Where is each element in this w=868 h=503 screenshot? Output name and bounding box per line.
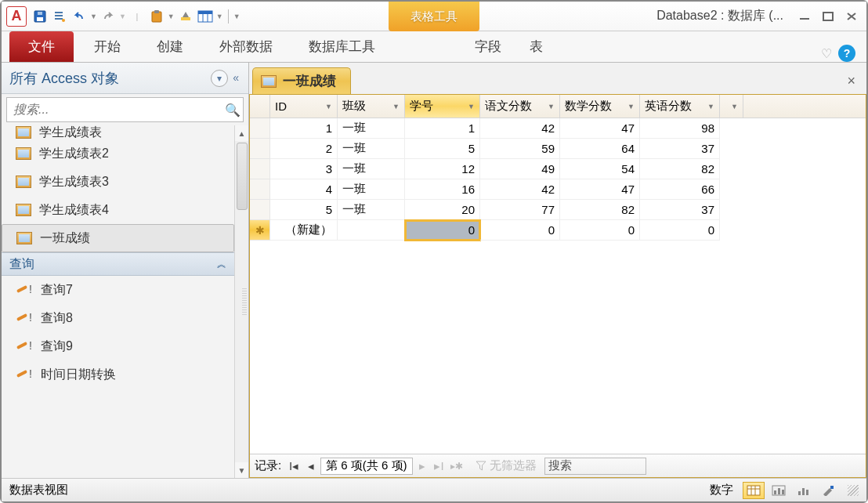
- nav-query-item[interactable]: 查询8: [2, 304, 234, 332]
- cell[interactable]: 20: [405, 200, 480, 220]
- row-selector[interactable]: [250, 139, 270, 159]
- cell[interactable]: 0: [560, 220, 640, 241]
- cell[interactable]: 5: [405, 139, 480, 159]
- cell[interactable]: 16: [405, 179, 480, 200]
- row-selector[interactable]: [250, 179, 270, 200]
- filter-indicator[interactable]: 无筛选器: [476, 458, 537, 473]
- col-head-chinese[interactable]: 语文分数▼: [480, 95, 560, 118]
- cell[interactable]: 49: [480, 159, 560, 179]
- nav-table-item[interactable]: 学生成绩表: [2, 125, 234, 139]
- cell[interactable]: 77: [480, 200, 560, 220]
- ribbon-tab-table[interactable]: 表: [515, 31, 557, 62]
- nav-table-item[interactable]: 学生成绩表3: [2, 168, 234, 196]
- redo-icon[interactable]: [99, 8, 117, 25]
- nav-query-item[interactable]: 查询7: [2, 276, 234, 304]
- cell[interactable]: 一班: [338, 139, 405, 159]
- row-selector[interactable]: [250, 200, 270, 220]
- view-icon[interactable]: [197, 8, 214, 25]
- undo-dropdown-icon[interactable]: ▼: [90, 13, 97, 20]
- select-all-button[interactable]: [250, 95, 270, 118]
- cell[interactable]: 64: [560, 139, 640, 159]
- cell[interactable]: 47: [560, 179, 640, 200]
- new-row[interactable]: ✱（新建）0000: [250, 220, 866, 241]
- ribbon-tab-dbtools[interactable]: 数据库工具: [293, 31, 391, 62]
- ribbon-tab-create[interactable]: 创建: [141, 31, 199, 62]
- cell[interactable]: 0: [640, 220, 720, 241]
- prev-record-icon[interactable]: ◂: [303, 458, 319, 474]
- nav-search[interactable]: 🔍: [6, 97, 244, 122]
- nav-query-item[interactable]: 时间日期转换: [2, 360, 234, 389]
- table-row[interactable]: 5一班20778237: [250, 200, 866, 220]
- close-button[interactable]: [841, 9, 862, 24]
- cell[interactable]: 42: [480, 118, 560, 139]
- cell[interactable]: 59: [480, 139, 560, 159]
- minimize-button[interactable]: [794, 9, 815, 24]
- cell[interactable]: 一班: [338, 118, 405, 139]
- cell[interactable]: 1: [270, 118, 338, 139]
- row-selector[interactable]: [250, 159, 270, 179]
- scroll-up-icon[interactable]: ▲: [235, 125, 248, 141]
- nav-table-item[interactable]: 学生成绩表2: [2, 139, 234, 168]
- record-search[interactable]: 搜索: [544, 458, 646, 475]
- first-record-icon[interactable]: I◂: [286, 458, 302, 474]
- cell[interactable]: 0: [480, 220, 560, 241]
- nav-collapse-icon[interactable]: «: [231, 70, 241, 87]
- row-selector[interactable]: [250, 118, 270, 139]
- table-row[interactable]: 1一班1424798: [250, 118, 866, 139]
- customize-icon[interactable]: [51, 8, 68, 25]
- next-record-icon[interactable]: ▸: [414, 458, 430, 474]
- nav-pane-header[interactable]: 所有 Access 对象 ▾ «: [2, 63, 248, 94]
- save-icon[interactable]: [31, 8, 49, 25]
- table-row[interactable]: 3一班12495482: [250, 159, 866, 179]
- design-view-icon[interactable]: [818, 482, 840, 499]
- table-row[interactable]: 2一班5596437: [250, 139, 866, 159]
- cell[interactable]: 37: [640, 200, 720, 220]
- col-dropdown-icon[interactable]: ▼: [731, 103, 738, 110]
- close-tab-icon[interactable]: ×: [844, 68, 859, 94]
- scroll-down-icon[interactable]: ▼: [235, 462, 248, 478]
- undo-icon[interactable]: [71, 8, 88, 25]
- nav-resize-handle[interactable]: [242, 288, 247, 315]
- cell[interactable]: 82: [560, 200, 640, 220]
- ribbon-minimize-icon[interactable]: ♡: [821, 46, 832, 61]
- col-head-math[interactable]: 数学分数▼: [560, 95, 640, 118]
- col-add[interactable]: ▼: [720, 95, 743, 118]
- nav-table-item[interactable]: 学生成绩表4: [2, 196, 234, 224]
- nav-group-queries[interactable]: 查询︽: [2, 252, 234, 276]
- last-record-icon[interactable]: ▸I: [432, 458, 447, 474]
- cell[interactable]: 42: [480, 179, 560, 200]
- search-icon[interactable]: 🔍: [222, 103, 243, 118]
- record-position[interactable]: 第 6 项(共 6 项): [320, 458, 412, 475]
- cell[interactable]: 37: [640, 139, 720, 159]
- qat-overflow-icon[interactable]: ▼: [233, 13, 241, 20]
- view-dropdown-icon[interactable]: ▼: [216, 13, 223, 20]
- ribbon-tab-file[interactable]: 文件: [9, 31, 74, 62]
- cell[interactable]: 66: [640, 179, 720, 200]
- nav-query-item[interactable]: 查询9: [2, 332, 234, 360]
- cell[interactable]: 5: [270, 200, 338, 220]
- paste-dropdown-icon[interactable]: ▼: [168, 13, 175, 20]
- ribbon-tab-fields[interactable]: 字段: [461, 31, 515, 62]
- resize-grip-icon[interactable]: [848, 485, 859, 496]
- cell[interactable]: 98: [640, 118, 720, 139]
- col-head-class[interactable]: 班级▼: [338, 95, 405, 118]
- col-head-sid[interactable]: 学号▼: [405, 95, 480, 118]
- col-dropdown-icon[interactable]: ▼: [325, 103, 332, 110]
- cell[interactable]: （新建）: [270, 220, 338, 241]
- col-dropdown-icon[interactable]: ▼: [468, 103, 475, 110]
- chart-view-icon[interactable]: [793, 482, 815, 499]
- ribbon-tab-home[interactable]: 开始: [78, 31, 136, 62]
- cell[interactable]: 47: [560, 118, 640, 139]
- cell[interactable]: 1: [405, 118, 480, 139]
- datasheet-view-icon[interactable]: [743, 482, 765, 499]
- cell[interactable]: 54: [560, 159, 640, 179]
- cell[interactable]: 12: [405, 159, 480, 179]
- table-row[interactable]: 4一班16424766: [250, 179, 866, 200]
- paste-icon[interactable]: [148, 8, 165, 25]
- new-record-icon[interactable]: ▸✱: [449, 458, 465, 474]
- scroll-thumb[interactable]: [237, 143, 248, 210]
- cell-selected[interactable]: 0: [405, 220, 480, 241]
- col-dropdown-icon[interactable]: ▼: [548, 103, 555, 110]
- document-tab[interactable]: 一班成绩: [252, 67, 351, 94]
- row-selector[interactable]: ✱: [250, 220, 270, 241]
